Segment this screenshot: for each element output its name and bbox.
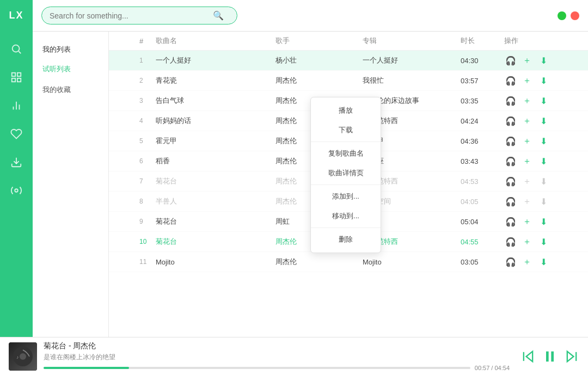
context-menu-move-to[interactable]: 移动到... <box>311 206 381 226</box>
player-progress: 00:57 / 04:54 <box>44 365 510 371</box>
pause-button[interactable] <box>542 349 558 364</box>
download-icon[interactable]: ⬇ <box>537 155 550 168</box>
download-icon[interactable]: ⬇ <box>537 74 550 87</box>
headphone-icon[interactable]: 🎧 <box>504 134 517 147</box>
headphone-icon[interactable]: 🎧 <box>504 54 517 67</box>
row-duration: 04:36 <box>461 137 504 145</box>
context-menu-song-detail[interactable]: 歌曲详情页 <box>311 163 381 183</box>
row-duration: 03:05 <box>461 258 504 266</box>
svg-text:♪: ♪ <box>16 355 19 360</box>
minimize-button[interactable] <box>558 11 566 20</box>
col-header-album: 专辑 <box>363 36 461 46</box>
headphone-icon[interactable]: 🎧 <box>504 255 517 268</box>
headphone-icon[interactable]: 🎧 <box>504 195 517 208</box>
row-actions: 🎧 ＋ ⬇ <box>504 134 559 147</box>
sidebar-item-search[interactable] <box>4 37 28 61</box>
row-index: 9 <box>139 218 156 225</box>
content-area: # 歌曲名 歌手 专辑 时长 操作 1 一个人挺好 杨小壮 一个人挺好 04:3… <box>109 32 588 337</box>
add-icon[interactable]: ＋ <box>520 235 534 248</box>
row-name: 菊花台 <box>156 217 275 226</box>
row-index: 8 <box>139 198 156 205</box>
download-icon[interactable]: ⬇ <box>537 235 550 248</box>
nav-item-trial[interactable]: 试听列表 <box>33 59 108 79</box>
player-album-art: ♪ <box>9 342 37 371</box>
player-controls <box>520 349 579 364</box>
add-icon[interactable]: ＋ <box>520 74 534 87</box>
headphone-icon[interactable]: 🎧 <box>504 74 517 87</box>
headphone-icon[interactable]: 🎧 <box>504 215 517 228</box>
add-icon[interactable]: ＋ <box>520 255 534 268</box>
row-index: 7 <box>139 177 156 185</box>
download-icon[interactable]: ⬇ <box>537 134 550 147</box>
context-menu: 播放 下载 复制歌曲名 歌曲详情页 添加到... 移动到... 删除 <box>310 97 381 253</box>
search-input[interactable] <box>50 11 213 20</box>
svg-rect-3 <box>17 73 21 76</box>
table-row[interactable]: 11 Mojito 周杰伦 Mojito 03:05 🎧 ＋ ⬇ <box>109 252 588 272</box>
row-actions: 🎧 ＋ ⬇ <box>504 215 559 228</box>
add-icon[interactable]: ＋ <box>520 155 534 168</box>
download-icon[interactable]: ⬇ <box>537 175 550 188</box>
main-layout: 我的列表 试听列表 我的收藏 # 歌曲名 歌手 专辑 时长 操作 1 <box>0 32 588 337</box>
headphone-icon[interactable]: 🎧 <box>504 175 517 188</box>
sidebar-item-favorites[interactable] <box>4 122 28 146</box>
svg-rect-5 <box>17 78 21 82</box>
add-icon[interactable]: ＋ <box>520 94 534 107</box>
headphone-icon[interactable]: 🎧 <box>504 114 517 127</box>
logo: LX <box>0 0 33 32</box>
sidebar-item-settings[interactable] <box>4 179 28 202</box>
headphone-icon[interactable]: 🎧 <box>504 155 517 168</box>
sidebar-item-download[interactable] <box>4 150 28 174</box>
sidebar-item-charts[interactable] <box>4 94 28 118</box>
context-menu-play[interactable]: 播放 <box>311 101 381 120</box>
player-title: 菊花台 - 周杰伦 <box>44 341 510 351</box>
row-actions: 🎧 ＋ ⬇ <box>504 235 559 248</box>
row-actions: 🎧 ＋ ⬇ <box>504 255 559 268</box>
close-button[interactable] <box>571 11 579 20</box>
row-name: 听妈妈的话 <box>156 116 275 126</box>
window-controls <box>558 11 579 20</box>
row-name: 青花瓷 <box>156 76 275 85</box>
search-icon[interactable]: 🔍 <box>213 10 224 21</box>
add-icon[interactable]: ＋ <box>520 54 534 67</box>
download-icon[interactable]: ⬇ <box>537 114 550 127</box>
prev-button[interactable] <box>520 349 536 364</box>
context-menu-add-to[interactable]: 添加到... <box>311 187 381 206</box>
nav-item-favorites[interactable]: 我的收藏 <box>33 79 108 100</box>
row-name: 稻香 <box>156 156 275 166</box>
add-icon[interactable]: ＋ <box>520 114 534 127</box>
context-menu-download[interactable]: 下载 <box>311 120 381 140</box>
download-icon[interactable]: ⬇ <box>537 54 550 67</box>
row-index: 11 <box>139 258 156 266</box>
context-menu-copy-name[interactable]: 复制歌曲名 <box>311 144 381 163</box>
next-button[interactable] <box>564 349 579 364</box>
add-icon[interactable]: ＋ <box>520 175 534 188</box>
player-bar: ♪ 菊花台 - 周杰伦 是谁在阁楼上冰冷的绝望 00:57 / 04:54 <box>0 337 588 375</box>
row-album: 我很忙 <box>363 76 461 85</box>
add-icon[interactable]: ＋ <box>520 195 534 208</box>
download-icon[interactable]: ⬇ <box>537 215 550 228</box>
table-row[interactable]: 2 青花瓷 周杰伦 我很忙 03:57 🎧 ＋ ⬇ <box>109 71 588 91</box>
sidebar-item-download-manage[interactable] <box>4 65 28 89</box>
add-icon[interactable]: ＋ <box>520 134 534 147</box>
row-name: 半兽人 <box>156 196 275 206</box>
app-container: LX 🔍 <box>0 0 588 375</box>
player-cover: ♪ <box>9 342 37 371</box>
svg-marker-18 <box>567 351 574 361</box>
svg-point-12 <box>20 353 26 360</box>
download-icon[interactable]: ⬇ <box>537 255 550 268</box>
headphone-icon[interactable]: 🎧 <box>504 94 517 107</box>
row-index: 4 <box>139 117 156 125</box>
row-index: 3 <box>139 97 156 104</box>
progress-bar[interactable] <box>44 367 470 369</box>
context-menu-delete[interactable]: 删除 <box>311 230 381 249</box>
add-icon[interactable]: ＋ <box>520 215 534 228</box>
download-icon[interactable]: ⬇ <box>537 94 550 107</box>
row-album: 一个人挺好 <box>363 56 461 65</box>
row-actions: 🎧 ＋ ⬇ <box>504 114 559 127</box>
row-duration: 03:35 <box>461 97 504 105</box>
headphone-icon[interactable]: 🎧 <box>504 235 517 248</box>
row-name: 菊花台 <box>156 237 275 247</box>
download-icon[interactable]: ⬇ <box>537 195 550 208</box>
svg-rect-2 <box>12 73 15 76</box>
table-row[interactable]: 1 一个人挺好 杨小壮 一个人挺好 04:30 🎧 ＋ ⬇ <box>109 51 588 71</box>
